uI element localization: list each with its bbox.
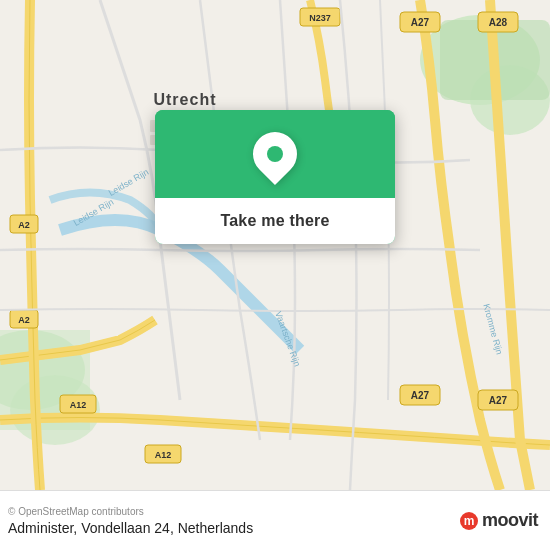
svg-text:Utrecht: Utrecht	[153, 91, 216, 108]
footer-left: © OpenStreetMap contributors Administer,…	[8, 506, 253, 536]
popup-icon-area	[155, 110, 395, 198]
svg-text:A2: A2	[18, 220, 30, 230]
location-pin-icon	[253, 132, 297, 184]
svg-text:N237: N237	[309, 13, 331, 23]
address-text: Administer, Vondellaan 24, Netherlands	[8, 520, 253, 536]
svg-text:A12: A12	[70, 400, 87, 410]
copyright-text: © OpenStreetMap contributors	[8, 506, 253, 517]
moovit-dot-icon: m	[460, 512, 478, 530]
map-container: A27 A28 A27 A27 A2 A2 A12 A12 N237 Leids…	[0, 0, 550, 490]
svg-text:A27: A27	[411, 17, 430, 28]
svg-text:A12: A12	[155, 450, 172, 460]
take-me-there-button[interactable]: Take me there	[155, 198, 395, 244]
svg-text:A28: A28	[489, 17, 508, 28]
moovit-logo: m moovit	[460, 510, 538, 531]
svg-text:A27: A27	[411, 390, 430, 401]
footer-bar: © OpenStreetMap contributors Administer,…	[0, 490, 550, 550]
moovit-m-letter: m	[464, 515, 475, 527]
svg-text:A27: A27	[489, 395, 508, 406]
moovit-brand-text: moovit	[482, 510, 538, 531]
svg-text:A2: A2	[18, 315, 30, 325]
popup-card: Take me there	[155, 110, 395, 244]
